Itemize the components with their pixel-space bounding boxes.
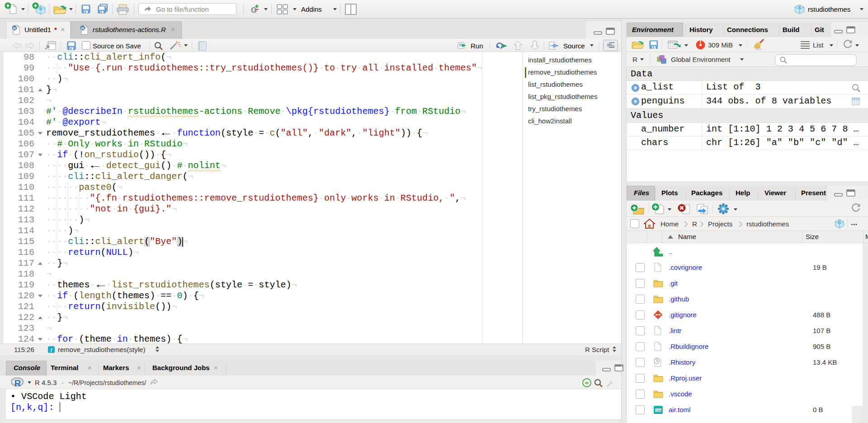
svg-text:R: R: [39, 6, 42, 11]
svg-text:∞: ∞: [585, 380, 589, 386]
svg-text:G: G: [251, 6, 257, 14]
svg-text:R: R: [81, 26, 85, 31]
svg-text:R: R: [14, 378, 21, 388]
svg-text:R: R: [798, 5, 801, 10]
svg-text:R: R: [13, 26, 16, 31]
svg-text:R: R: [838, 220, 841, 225]
svg-text:TOML: TOML: [655, 409, 662, 412]
